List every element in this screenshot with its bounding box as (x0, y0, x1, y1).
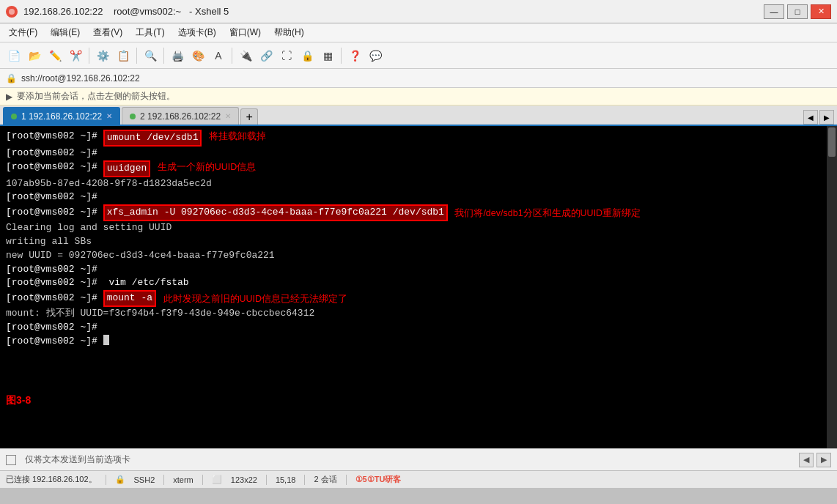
bottom-bar: 仅将文本发送到当前选项卡 ◀ ▶ (0, 448, 837, 470)
tabs-row: 1 192.168.26.102:22 ✕ 2 192.168.26.102:2… (0, 105, 837, 126)
toolbar-sep4 (232, 48, 232, 64)
term-line-1: [root@vms002 ~]# umount /dev/sdb1 将挂载卸载掉 (6, 130, 821, 147)
term-line-6: [root@vms002 ~]# xfs_admin -U 092706ec-d… (6, 204, 821, 221)
status-bar: 已连接 192.168.26.102。 🔒 SSH2 xterm ⬜ 123x2… (0, 470, 837, 488)
cmd-vim: vim /etc/fstab (103, 276, 189, 290)
output-writing: writing all SBs (6, 235, 92, 249)
print-button[interactable]: 🖨️ (168, 46, 187, 65)
plug2-button[interactable]: 🔗 (257, 46, 276, 65)
menu-tools[interactable]: 工具(T) (130, 25, 170, 40)
cmd-uuidgen: uuidgen (103, 160, 151, 177)
term-line-8: writing all SBs (6, 235, 821, 249)
title-user: root@vms002:~ (114, 6, 181, 17)
window-controls: — □ ✕ (764, 4, 831, 19)
maximize-button[interactable]: □ (787, 4, 808, 19)
session-arrow-icon: ▶ (6, 92, 12, 102)
toolbar-sep5 (341, 48, 342, 64)
settings-button[interactable]: ⚙️ (93, 46, 112, 65)
bottom-next-button[interactable]: ▶ (816, 453, 831, 467)
fullscreen-button[interactable]: ⛶ (277, 46, 296, 65)
prompt-6: [root@vms002 ~]# (6, 206, 103, 220)
bottom-checkbox[interactable] (6, 455, 16, 465)
annotation-uuidgen: 生成一个新的UUID信息 (155, 160, 256, 174)
lock-button[interactable]: 🔒 (298, 46, 317, 65)
tab-2-close[interactable]: ✕ (225, 112, 231, 120)
status-protocol: SSH2 (134, 475, 155, 484)
bottom-prev-button[interactable]: ◀ (799, 453, 814, 467)
annotation-mount: 此时发现之前旧的UUID信息已经无法绑定了 (161, 292, 347, 305)
prompt-11: [root@vms002 ~]# (6, 276, 103, 290)
connection-text: 已连接 192.168.26.102。 (6, 474, 97, 485)
prompt-1: [root@vms002 ~]# (6, 130, 103, 144)
title-text: 192.168.26.102:22 root@vms002:~ - Xshell… (23, 6, 229, 17)
term-line-15: [root@vms002 ~]# (6, 335, 821, 349)
prompt-5: [root@vms002 ~]# (6, 190, 103, 204)
toolbar-sep1 (89, 48, 89, 64)
tab-1[interactable]: 1 192.168.26.102:22 ✕ (3, 107, 120, 125)
status-size: 123x22 (231, 475, 257, 484)
scrollbar-thumb[interactable] (828, 127, 836, 157)
color-button[interactable]: 🎨 (188, 46, 207, 65)
grid-button[interactable]: ▦ (318, 46, 337, 65)
terminal-area: [root@vms002 ~]# umount /dev/sdb1 将挂载卸载掉… (0, 126, 837, 448)
status-connection: 已连接 192.168.26.102。 (6, 474, 97, 485)
font-button[interactable]: A (209, 46, 228, 65)
prompt-10: [root@vms002 ~]# (6, 263, 103, 277)
term-line-3: [root@vms002 ~]# uuidgen 生成一个新的UUID信息 (6, 160, 821, 177)
toolbar-sep2 (136, 48, 137, 64)
close-button[interactable]: ✕ (811, 4, 831, 19)
term-line-7: Clearing log and setting UUID (6, 221, 821, 235)
status-position: 15,18 (276, 475, 296, 484)
menu-edit[interactable]: 编辑(E) (45, 25, 86, 40)
figure-label: 图3-8 (6, 394, 31, 406)
term-line-11: [root@vms002 ~]# vim /etc/fstab (6, 276, 821, 290)
terminal-cursor (103, 335, 109, 345)
output-mount-error: mount: 找不到 UUID=f3cf94b4-f3f9-43de-949e-… (6, 307, 314, 321)
tab-dot-2 (130, 114, 136, 119)
output-clearing: Clearing log and setting UUID (6, 221, 172, 235)
status-size-icon: ⬜ (212, 475, 222, 484)
menu-view[interactable]: 查看(V) (87, 25, 128, 40)
prompt-2: [root@vms002 ~]# (6, 147, 103, 160)
tabs-next-button[interactable]: ▶ (819, 110, 834, 125)
figure-container: 图3-8 (6, 393, 821, 409)
address-text: ssh://root@192.168.26.102:22 (21, 73, 140, 84)
status-sep2 (163, 475, 164, 485)
bottom-label: 仅将文本发送到当前选项卡 (25, 453, 130, 466)
svg-point-0 (9, 9, 15, 15)
open-button[interactable]: 📂 (25, 46, 44, 65)
copy-button[interactable]: 📋 (114, 46, 133, 65)
terminal-content: [root@vms002 ~]# umount /dev/sdb1 将挂载卸载掉… (0, 126, 827, 412)
term-line-2: [root@vms002 ~]# (6, 147, 821, 160)
scrollbar-track[interactable] (827, 126, 837, 448)
menu-help[interactable]: 帮助(H) (268, 25, 310, 40)
help-button[interactable]: ❓ (345, 46, 364, 65)
annotation-xfsadmin: 我们将/dev/sdb1分区和生成的UUID重新绑定 (452, 207, 641, 220)
status-lock-icon: 🔒 (115, 475, 125, 484)
status-sep4 (266, 475, 267, 485)
menu-file[interactable]: 文件(F) (3, 25, 43, 40)
session-hint-text: 要添加当前会话，点击左侧的箭头按钮。 (17, 90, 175, 103)
search-button[interactable]: 🔍 (141, 46, 160, 65)
address-bar: 🔒 ssh://root@192.168.26.102:22 (0, 69, 837, 88)
minimize-button[interactable]: — (764, 4, 784, 19)
comment-button[interactable]: 💬 (366, 46, 385, 65)
status-sep5 (304, 475, 305, 485)
plug1-button[interactable]: 🔌 (236, 46, 255, 65)
app-icon (6, 6, 18, 18)
tab-1-label: 1 192.168.26.102:22 (21, 111, 102, 122)
term-line-9: new UUID = 092706ec-d3d3-4ce4-baaa-f77e9… (6, 249, 821, 263)
menu-window[interactable]: 窗口(W) (224, 25, 267, 40)
tab-2[interactable]: 2 192.168.26.102:22 ✕ (122, 107, 239, 125)
edit-button[interactable]: ✏️ (45, 46, 64, 65)
cut-button[interactable]: ✂️ (66, 46, 85, 65)
term-line-5: [root@vms002 ~]# (6, 190, 821, 204)
add-tab-button[interactable]: + (240, 108, 258, 125)
new-tab-button[interactable]: 📄 (4, 46, 23, 65)
tab-1-close[interactable]: ✕ (106, 112, 112, 120)
tab-2-label: 2 192.168.26.102:22 (140, 111, 221, 122)
tabs-prev-button[interactable]: ◀ (803, 110, 818, 125)
prompt-15: [root@vms002 ~]# (6, 335, 103, 349)
title-bar-left: 192.168.26.102:22 root@vms002:~ - Xshell… (6, 6, 229, 18)
menu-tab[interactable]: 选项卡(B) (172, 25, 222, 40)
